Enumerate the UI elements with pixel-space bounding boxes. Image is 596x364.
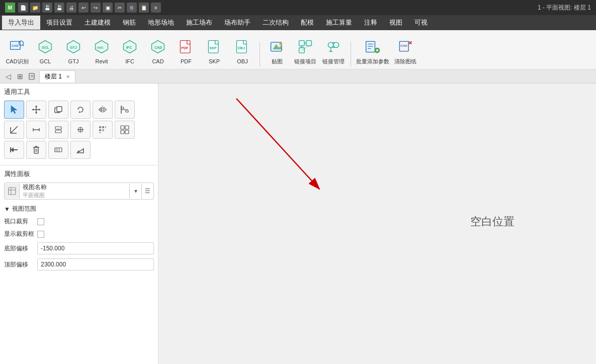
clear-cad-button[interactable]: CAD 清除图纸: [392, 34, 418, 67]
svg-marker-49: [35, 105, 37, 107]
svg-marker-57: [99, 107, 102, 112]
svg-rect-70: [55, 130, 61, 133]
view-range-header[interactable]: ▼ 视图范围: [4, 205, 154, 213]
group-tool[interactable]: [115, 121, 135, 139]
view-settings-button[interactable]: ☰: [141, 184, 153, 199]
array-tool[interactable]: [93, 121, 113, 139]
step-back-tool[interactable]: [4, 141, 24, 159]
tool-row-1: [4, 101, 154, 119]
clear-cad-icon: CAD: [396, 38, 414, 56]
menu-layout-helper[interactable]: 场布助手: [218, 16, 257, 30]
svg-text:SKP: SKP: [209, 46, 217, 50]
gcl-button[interactable]: GCL GCL: [32, 34, 58, 67]
new-file-button[interactable]: 📄: [18, 3, 28, 13]
save-as-button[interactable]: 💾: [54, 3, 64, 13]
title-left: M 📄 📁 💾 💾 🖨 ↩ ↪ ▣ ✂ ⎘ 📋 ≡: [5, 3, 161, 13]
annotation-arrow: [158, 83, 596, 364]
gtj-button[interactable]: GTJ GTJ: [60, 34, 87, 67]
prop-checkbox-clip[interactable]: [37, 218, 44, 225]
menu-secondary-structure[interactable]: 二次结构: [257, 16, 295, 30]
view-selector[interactable]: 视图名称 平面视图 ▾ ☰: [4, 183, 154, 200]
tab-floor1[interactable]: 楼层 1 ✕: [39, 70, 75, 82]
measure-tool[interactable]: [48, 141, 68, 159]
cad-identify-button[interactable]: CAD CAD识别: [4, 34, 30, 67]
revit-button[interactable]: FRC Revit: [89, 34, 115, 67]
link-manage-label: 链接管理: [322, 58, 345, 65]
view-dropdown-button[interactable]: ▾: [129, 184, 141, 199]
svg-rect-24: [306, 40, 312, 46]
select-tool[interactable]: [4, 101, 24, 119]
link-manage-button[interactable]: 链接管理: [320, 34, 347, 67]
align-tool[interactable]: [115, 101, 135, 119]
tab-page-button[interactable]: [27, 71, 37, 81]
svg-text:FRC: FRC: [97, 45, 104, 49]
menu-formwork[interactable]: 配模: [295, 16, 320, 30]
cad-button[interactable]: CAD CAD: [145, 34, 171, 67]
tab-prev-button[interactable]: ◁: [3, 71, 13, 81]
cut-button[interactable]: ✂: [115, 3, 125, 13]
menu-rebar[interactable]: 钢筋: [117, 16, 142, 30]
svg-rect-82: [125, 126, 129, 129]
move-tool[interactable]: [26, 101, 46, 119]
svg-marker-52: [39, 109, 41, 111]
tab-close-button[interactable]: ✕: [66, 74, 70, 79]
prop-row-bottom-offset: 底部偏移: [4, 242, 154, 254]
prop-input-top[interactable]: [37, 258, 154, 270]
svg-rect-69: [55, 127, 61, 129]
copy-button[interactable]: ⎘: [127, 3, 137, 13]
rotate-tool[interactable]: [70, 101, 91, 119]
prop-label-top: 顶部偏移: [4, 260, 34, 269]
tab-grid-button[interactable]: ⊞: [15, 71, 25, 81]
window-title: 1 - 平面视图: 楼层 1: [538, 4, 591, 12]
align-h-tool[interactable]: [48, 121, 68, 139]
menu-construction[interactable]: 施工场布: [180, 16, 218, 30]
svg-rect-75: [99, 126, 101, 128]
draw-line-tool[interactable]: [4, 121, 24, 139]
ifc-icon: IFC: [121, 38, 139, 56]
link-project-label: 链接项目: [294, 58, 316, 65]
prop-checkbox-show-clip[interactable]: [37, 231, 44, 238]
tool-row-2: [4, 121, 154, 139]
toolbar: CAD CAD识别 GCL GCL GTJ GTJ: [0, 30, 596, 69]
link-project-button[interactable]: 链接项目: [292, 34, 318, 67]
pdf-label: PDF: [181, 58, 192, 65]
more-button[interactable]: ≡: [151, 3, 161, 13]
view-button[interactable]: ▣: [103, 3, 113, 13]
svg-rect-83: [121, 130, 124, 134]
angle-tool[interactable]: [70, 141, 91, 159]
pdf-button[interactable]: PDF PDF: [173, 34, 199, 67]
menu-annotation[interactable]: 注释: [358, 16, 383, 30]
paste-button[interactable]: 📋: [139, 3, 149, 13]
measure-h-tool[interactable]: [26, 121, 46, 139]
view-name: 视图名称: [23, 183, 126, 192]
paste-image-button[interactable]: 贴图: [264, 34, 290, 67]
ifc-button[interactable]: IFC IFC: [117, 34, 143, 67]
prop-label-bottom: 底部偏移: [4, 244, 34, 253]
menu-terrain[interactable]: 地形场地: [142, 16, 180, 30]
align-v-tool[interactable]: [70, 121, 91, 139]
print-button[interactable]: 🖨: [66, 3, 76, 13]
obj-button[interactable]: OBJ OBJ: [229, 34, 256, 67]
redo-button[interactable]: ↪: [91, 3, 101, 13]
skp-button[interactable]: SKP SKP: [201, 34, 227, 67]
menu-import-export[interactable]: 导入导出: [2, 16, 40, 30]
link-manage-icon: [324, 38, 343, 56]
delete-tool[interactable]: [26, 141, 46, 159]
menu-project-settings[interactable]: 项目设置: [40, 16, 78, 30]
menu-quantity[interactable]: 施工算量: [320, 16, 358, 30]
save-button[interactable]: 💾: [42, 3, 52, 13]
undo-button[interactable]: ↩: [78, 3, 89, 13]
canvas-area[interactable]: 空白位置: [158, 83, 596, 364]
menu-view[interactable]: 视图: [383, 16, 408, 30]
menu-visual[interactable]: 可视: [408, 16, 434, 30]
prop-input-bottom[interactable]: [37, 242, 154, 254]
left-panel: 通用工具: [0, 83, 158, 364]
main-content: 通用工具: [0, 83, 596, 364]
svg-rect-76: [102, 126, 104, 128]
copy-rotate-tool[interactable]: [48, 101, 68, 119]
range-title: 视图范围: [12, 205, 36, 213]
batch-add-button[interactable]: 批量添加参数: [355, 34, 390, 67]
open-file-button[interactable]: 📁: [30, 3, 40, 13]
mirror-tool[interactable]: [93, 101, 113, 119]
menu-civil-model[interactable]: 土建建模: [78, 16, 117, 30]
